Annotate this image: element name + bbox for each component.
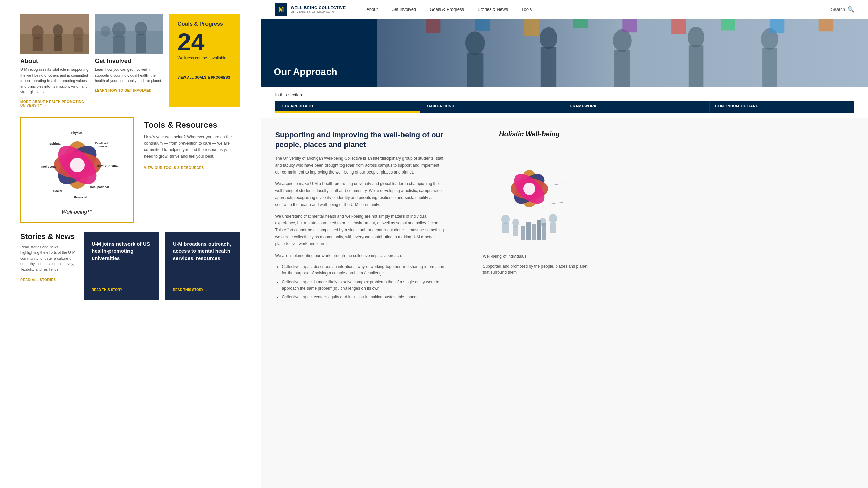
svg-point-37 [540,27,557,49]
hero-section: Our Approach [261,19,868,87]
svg-rect-42 [689,45,703,87]
about-title: About [20,58,89,65]
svg-rect-13 [136,34,146,53]
legend-line-2 [465,266,478,266]
svg-point-12 [135,22,147,35]
tools-section: Tools & Resources How's your well-being?… [144,117,240,223]
svg-rect-34 [377,19,868,87]
tab-background[interactable]: BACKGROUND [420,101,565,113]
read-all-stories-link[interactable]: READ ALL STORIES → [20,278,60,282]
tab-framework[interactable]: FRAMEWORK [565,101,710,113]
svg-text:Financial: Financial [74,196,87,199]
svg-line-76 [550,202,563,204]
svg-point-61 [549,214,557,223]
story-2-title: U-M broadens outreach, access to mental … [173,240,233,262]
svg-point-2 [32,25,44,39]
stories-section: Stories & News Read stories and news hig… [20,232,240,300]
about-link[interactable]: MORE ABOUT HEALTH PROMOTING UNIVERSITY → [20,100,89,107]
story-card-2: U-M broadens outreach, access to mental … [165,232,241,300]
svg-rect-47 [524,19,539,36]
nav-item-tools[interactable]: Tools [515,0,538,19]
top-cards: About U-M recognizes its vital role in s… [20,14,240,107]
involved-link[interactable]: LEARN HOW TO GET INVOLVED → [95,89,156,93]
story-1-title: U-M joins network of US health-promoting… [92,240,152,262]
main-para3: We understand that mental health and wel… [275,213,445,247]
svg-rect-40 [615,50,630,87]
nav-search[interactable]: Search 🔍 [831,6,854,13]
tab-continuum[interactable]: CONTINUUM OF CARE [710,101,854,113]
svg-point-10 [112,22,126,37]
involved-photo [95,14,163,54]
svg-rect-60 [502,223,509,233]
svg-rect-5 [54,36,62,51]
left-panel: About U-M recognizes its vital role in s… [0,0,261,488]
wellbeing-label: Well-being™ [62,209,93,215]
svg-rect-56 [532,224,536,240]
nav-bar: M WELL·BEING COLLECTIVE UNIVERSITY OF MI… [261,0,868,19]
nav-logo-title: WELL·BEING COLLECTIVE [291,6,346,10]
svg-point-35 [465,31,485,55]
nav-items: About Get Involved Goals & Progress Stor… [359,0,831,19]
story-1-link[interactable]: READ THIS STORY → [92,285,126,292]
goals-sub: Wellness courses available [177,56,232,60]
svg-text:Occupational: Occupational [90,185,109,189]
svg-point-74 [523,183,535,195]
nav-item-goals[interactable]: Goals & Progress [423,0,471,19]
about-photo [20,14,89,54]
legend-text-2: Supported and promoted by the people, pl… [482,263,594,276]
svg-rect-3 [33,37,43,51]
svg-rect-45 [426,19,440,33]
main-content: Supporting and improving the well-being … [261,118,868,314]
svg-text:Social: Social [53,189,62,193]
svg-text:Emotional: Emotional [95,142,108,145]
nav-item-about[interactable]: About [359,0,384,19]
svg-point-4 [53,24,63,37]
content-text: Supporting and improving the well-being … [275,130,445,302]
holistic-section: Holistic Well-being [465,130,594,302]
stories-body: Read stories and news highlighting the e… [20,244,78,272]
bullet-3: Collective impact centers equity and inc… [282,294,445,300]
tab-our-approach[interactable]: OUR APPROACH [275,101,420,113]
section-tabs: OUR APPROACH BACKGROUND FRAMEWORK CONTIN… [275,101,854,113]
tools-link[interactable]: VIEW OUR TOOLS & RESOURCES → [144,166,209,170]
story-card-1: U-M joins network of US health-promoting… [84,232,159,300]
goals-number: 24 [177,30,232,54]
right-panel: M WELL·BEING COLLECTIVE UNIVERSITY OF MI… [261,0,868,488]
svg-rect-33 [377,19,868,87]
svg-rect-11 [113,36,125,53]
svg-rect-64 [513,226,518,236]
legend-line-1 [465,256,478,256]
nav-logo-text: WELL·BEING COLLECTIVE UNIVERSITY OF MICH… [291,6,346,13]
nav-item-involved[interactable]: Get Involved [384,0,423,19]
goals-link[interactable]: VIEW ALL GOALS & PROGRESS → [177,76,230,85]
svg-rect-55 [526,222,531,240]
goals-card: Goals & Progress 24 Wellness courses ava… [169,14,240,107]
svg-rect-53 [819,19,833,31]
main-heading: Supporting and improving the well-being … [275,130,445,149]
stories-title: Stories & News [20,232,78,241]
story-2-link[interactable]: READ THIS STORY → [173,285,208,292]
svg-text:Intellectual: Intellectual [40,165,56,168]
svg-text:Physical: Physical [71,131,83,135]
svg-rect-48 [573,19,588,28]
nav-item-stories[interactable]: Stories & News [471,0,515,19]
hero-dark: Our Approach [261,19,377,87]
svg-rect-62 [550,223,556,233]
svg-text:Mental: Mental [98,145,107,148]
wellbeing-diagram: Physical Emotional Mental Environmental … [37,124,118,206]
svg-text:Environmental: Environmental [97,164,118,167]
svg-point-41 [688,27,704,47]
search-label: Search [831,7,845,12]
hero-title: Our Approach [274,66,337,77]
svg-point-43 [761,28,778,50]
tools-title: Tools & Resources [144,120,240,130]
svg-point-63 [512,219,519,227]
svg-rect-36 [467,53,483,87]
involved-body: Learn how you can get involved in suppor… [95,67,163,84]
search-icon[interactable]: 🔍 [848,6,854,13]
main-para4: We are implementing our work through the… [275,252,445,259]
svg-text:Spiritual: Spiritual [49,142,61,145]
tools-body: How's your well-being? Wherever you are … [144,134,240,160]
involved-card: Get Involved Learn how you can get invol… [95,14,163,107]
svg-point-14 [101,26,110,37]
